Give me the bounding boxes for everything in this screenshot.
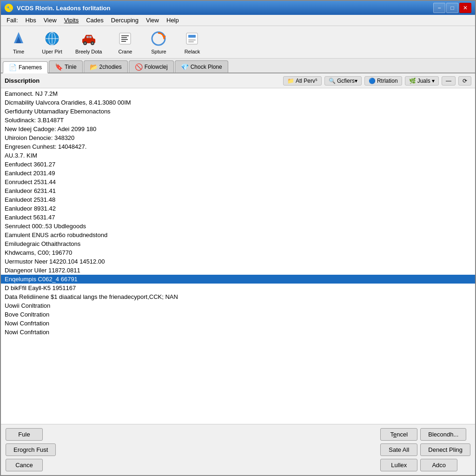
tab-folowclej-label: Folowclej — [145, 64, 168, 70]
gcfiers-icon: 🔍 — [329, 78, 336, 84]
list-item[interactable]: Gerfidunty Ubtamadlary Ebemonactons — [1, 107, 475, 116]
list-item[interactable]: Diangenor Uiler 11872.0811 — [1, 266, 475, 275]
list-item[interactable]: Data Relidiinene $1 diaatical langs the … — [1, 292, 475, 301]
tab-tinie-label: Tinie — [65, 64, 77, 70]
list-item[interactable]: Eanludect 5631.47 — [1, 213, 475, 222]
content-header-buttons: 📁 Atl Perv⁵ 🔍 Gcfiers▾ 🔵 Rtrlation 🌿 Jua… — [283, 76, 471, 86]
list-item[interactable]: Dicmability Ualvcora Oraridies, 8.41.308… — [1, 98, 475, 107]
fanemes-tab-icon: 📄 — [9, 64, 17, 71]
globe-icon — [44, 30, 60, 47]
minimize-button[interactable]: − — [433, 3, 445, 13]
toolbar-time[interactable]: Time — [5, 28, 33, 56]
tab-2chodies[interactable]: 📂 2chodies — [84, 60, 128, 73]
tinie-tab-icon: 🔖 — [55, 63, 63, 71]
juals-label: Juals ▾ — [417, 78, 435, 84]
list-item[interactable]: Uowii Conltration — [1, 301, 475, 310]
tab-fanemes[interactable]: 📄 Fanemes — [3, 61, 48, 73]
tabs: 📄 Fanemes 🔖 Tinie 📂 2chodies 🚫 Folowclej… — [1, 59, 475, 73]
refresh-icon: ⟳ — [463, 78, 467, 84]
list-item[interactable]: Nowi Confrtation — [1, 319, 475, 328]
car-icon — [80, 30, 97, 47]
cance-button[interactable]: Cance — [6, 459, 43, 471]
list-item[interactable]: Bove Conltration — [1, 310, 475, 319]
list-item[interactable]: Eamulent ENUS acr6o robudnedstond — [1, 231, 475, 239]
menu-dercuping[interactable]: Dercuping — [107, 16, 142, 25]
list-item[interactable]: Enqelumpis C062_4 66791 — [1, 275, 475, 284]
menu-cades[interactable]: Cades — [82, 16, 107, 25]
menu-fall[interactable]: Fall: — [3, 16, 22, 25]
list-area[interactable]: Eamonect. NJ 7.2MDicmability Ualvcora Or… — [1, 88, 475, 424]
collapse-button[interactable]: — — [442, 76, 456, 86]
list-item[interactable]: Uermustor Neer 14220.104 14512.00 — [1, 257, 475, 266]
toolbar-crane[interactable]: Crane — [111, 28, 139, 56]
atl-perv-button[interactable]: 📁 Atl Perv⁵ — [283, 76, 322, 86]
crane-icon — [117, 30, 133, 47]
main-window: 🔧 VCDS Rlorin. Leadons forlitation − □ ✕… — [0, 0, 476, 476]
menu-view1[interactable]: View — [40, 16, 60, 25]
blecondh-button[interactable]: Blecondh... — [420, 428, 466, 441]
list-item[interactable]: Eonrudect 2531.44 — [1, 178, 475, 186]
svg-point-9 — [84, 42, 86, 44]
fule-button[interactable]: Fule — [6, 428, 43, 441]
list-item[interactable]: Khdwcams, C00; 196770 — [1, 248, 475, 257]
lullex-button[interactable]: Lullex — [380, 459, 417, 471]
list-item[interactable]: AU.3.7. KIM — [1, 151, 475, 160]
juals-button[interactable]: 🌿 Juals ▾ — [405, 76, 439, 86]
list-item[interactable]: Soludinack: 3.B1487T — [1, 116, 475, 125]
toolbar-relack[interactable]: Relack — [178, 28, 206, 56]
svg-rect-22 — [188, 40, 196, 40]
time-icon — [10, 30, 27, 47]
gcfiers-label: Gcfiers▾ — [337, 78, 357, 84]
toolbar-uper-pirt[interactable]: Uper Pirt — [38, 28, 66, 56]
denect-pling-button[interactable]: Denect Pling — [420, 443, 470, 456]
list-item[interactable]: Eenfudect 3601.27 — [1, 160, 475, 169]
list-item[interactable]: Eamonect. NJ 7.2M — [1, 89, 475, 98]
svg-point-10 — [92, 42, 93, 44]
erogrch-fust-button[interactable]: Erogrch Fust — [6, 443, 56, 456]
chock-plone-tab-icon: 💎 — [181, 63, 189, 71]
list-item[interactable]: Nowi Confrtation — [1, 328, 475, 337]
titlebar-left: 🔧 VCDS Rlorin. Leadons forlitation — [5, 4, 111, 12]
footer-right: Tencel Blecondh... Sate All Denect Pling… — [380, 428, 470, 471]
maximize-button[interactable]: □ — [446, 3, 458, 13]
list-item[interactable]: Eanludeor 8931.42 — [1, 204, 475, 213]
list-item[interactable]: Emiludegraic Othaithractons — [1, 239, 475, 248]
svg-rect-21 — [188, 35, 196, 38]
atl-perv-label: Atl Perv⁵ — [296, 78, 317, 84]
tab-chock-plone-label: Chock Plone — [191, 64, 222, 70]
atl-perv-icon: 📁 — [287, 78, 294, 84]
adco-button[interactable]: Adco — [420, 459, 457, 471]
footer-left-row1: Fule — [6, 428, 56, 441]
list-item[interactable]: Eanludect 2031.49 — [1, 169, 475, 178]
footer-left-row3: Cance — [6, 459, 56, 471]
list-item[interactable]: Engresen Cunhest: 14048427. — [1, 142, 475, 151]
close-button[interactable]: ✕ — [459, 3, 471, 13]
titlebar: 🔧 VCDS Rlorin. Leadons forlitation − □ ✕ — [1, 1, 475, 15]
footer-right-row1: Tencel Blecondh... — [380, 428, 470, 441]
svg-rect-23 — [188, 41, 194, 42]
crane-label: Crane — [119, 49, 132, 54]
refresh-button[interactable]: ⟳ — [458, 76, 471, 86]
tab-2chodies-label: 2chodies — [99, 64, 122, 70]
list-item[interactable]: New Ideej Cadoge: Adei 2099 180 — [1, 125, 475, 133]
menu-vipits[interactable]: Vipits — [60, 16, 83, 25]
list-item[interactable]: D bikFfil Eayll-K5 1951167 — [1, 284, 475, 292]
tab-folowclej[interactable]: 🚫 Folowclej — [129, 60, 174, 73]
list-item[interactable]: Senrulect 000:.53 Ubdlegoods — [1, 222, 475, 231]
tencel-button[interactable]: Tencel — [380, 428, 417, 441]
list-item[interactable]: Eanludeor 6231.41 — [1, 186, 475, 195]
menu-hbs[interactable]: Hbs — [22, 16, 40, 25]
toolbar: Time Uper Pirt — [1, 26, 475, 59]
tab-tinie[interactable]: 🔖 Tinie — [49, 60, 83, 73]
toolbar-breely-dota[interactable]: Breely Dota — [72, 28, 106, 56]
sate-all-button[interactable]: Sate All — [380, 443, 417, 456]
spture-label: Spture — [151, 49, 166, 54]
menu-view2[interactable]: View — [142, 16, 163, 25]
toolbar-spture[interactable]: Spture — [145, 28, 172, 56]
list-item[interactable]: Uhiroion Denocie: 348320 — [1, 133, 475, 142]
menu-help[interactable]: Help — [163, 16, 183, 25]
list-item[interactable]: Eanludeot 2531.48 — [1, 195, 475, 204]
tab-chock-plone[interactable]: 💎 Chock Plone — [175, 60, 228, 73]
rtrlation-button[interactable]: 🔵 Rtrlation — [364, 76, 402, 86]
gcfiers-button[interactable]: 🔍 Gcfiers▾ — [324, 76, 362, 86]
